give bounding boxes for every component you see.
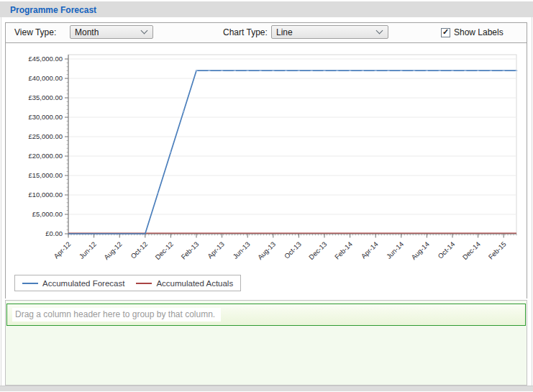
svg-text:Jun-14: Jun-14 <box>385 240 405 260</box>
chart-area: £0.00£5,000.00£10,000.00£15,000.00£20,00… <box>6 43 527 298</box>
svg-text:Apr-14: Apr-14 <box>360 240 380 260</box>
show-labels-checkbox[interactable]: ✓ Show Labels <box>441 23 504 42</box>
chart-type-select[interactable]: Line <box>271 25 388 39</box>
svg-text:Dec-14: Dec-14 <box>461 240 482 261</box>
show-labels-label: Show Labels <box>454 27 504 37</box>
svg-text:Feb-13: Feb-13 <box>179 240 200 261</box>
svg-text:Oct-14: Oct-14 <box>436 240 456 260</box>
group-by-hint: Drag a column header here to group by th… <box>12 308 221 322</box>
legend-label-actuals: Accumulated Actuals <box>156 279 233 288</box>
legend-item-actuals: Accumulated Actuals <box>136 279 233 288</box>
forecast-line-swatch <box>22 283 38 284</box>
svg-text:Oct-13: Oct-13 <box>283 240 303 260</box>
window-bottom-edge <box>0 386 533 391</box>
view-type-label: View Type: <box>14 23 56 42</box>
svg-text:Dec-12: Dec-12 <box>153 240 174 261</box>
svg-text:Jun-13: Jun-13 <box>231 240 251 260</box>
forecast-chart: £0.00£5,000.00£10,000.00£15,000.00£20,00… <box>6 43 527 298</box>
svg-text:Apr-13: Apr-13 <box>206 240 226 260</box>
svg-text:Jun-12: Jun-12 <box>78 240 98 260</box>
legend-item-forecast: Accumulated Forecast <box>22 279 124 288</box>
legend-label-forecast: Accumulated Forecast <box>42 279 124 288</box>
chart-panel: View Type: Month Chart Type: Line ✓ Show… <box>5 22 527 298</box>
svg-text:Aug-14: Aug-14 <box>409 240 430 261</box>
group-by-drop-zone[interactable]: Drag a column header here to group by th… <box>6 304 526 326</box>
svg-text:£40,000.00: £40,000.00 <box>28 74 63 82</box>
view-type-select[interactable]: Month <box>70 25 153 39</box>
svg-text:Feb-15: Feb-15 <box>487 240 508 261</box>
svg-text:£35,000.00: £35,000.00 <box>28 94 63 101</box>
chevron-down-icon <box>376 27 383 35</box>
svg-text:Dec-13: Dec-13 <box>307 240 328 261</box>
svg-text:£10,000.00: £10,000.00 <box>28 191 63 199</box>
window-right-edge <box>532 17 532 391</box>
grid-panel: Drag a column header here to group by th… <box>5 300 527 386</box>
actuals-line-swatch <box>136 283 152 284</box>
svg-text:£30,000.00: £30,000.00 <box>28 113 63 121</box>
svg-text:£0.00: £0.00 <box>45 229 63 237</box>
svg-text:£20,000.00: £20,000.00 <box>28 152 63 160</box>
page-title: Programme Forecast <box>10 5 96 15</box>
svg-text:Aug-12: Aug-12 <box>102 240 123 261</box>
svg-text:£45,000.00: £45,000.00 <box>28 55 63 63</box>
grid-body <box>6 327 526 384</box>
checkbox-icon: ✓ <box>441 28 450 37</box>
chart-type-value: Line <box>276 27 293 37</box>
chevron-down-icon <box>141 27 148 35</box>
svg-text:Feb-14: Feb-14 <box>333 240 354 261</box>
toolbar: View Type: Month Chart Type: Line ✓ Show… <box>6 23 527 43</box>
svg-text:£5,000.00: £5,000.00 <box>32 210 63 218</box>
svg-text:Aug-13: Aug-13 <box>256 240 277 261</box>
svg-text:Apr-12: Apr-12 <box>52 240 72 260</box>
svg-text:£15,000.00: £15,000.00 <box>28 171 63 179</box>
view-type-value: Month <box>75 27 99 37</box>
svg-text:Oct-12: Oct-12 <box>129 240 149 260</box>
chart-type-label: Chart Type: <box>223 23 268 42</box>
page-title-bar: Programme Forecast <box>0 1 533 17</box>
window-left-edge <box>1 17 1 391</box>
chart-legend: Accumulated Forecast Accumulated Actuals <box>14 275 241 291</box>
svg-text:£25,000.00: £25,000.00 <box>28 132 63 140</box>
